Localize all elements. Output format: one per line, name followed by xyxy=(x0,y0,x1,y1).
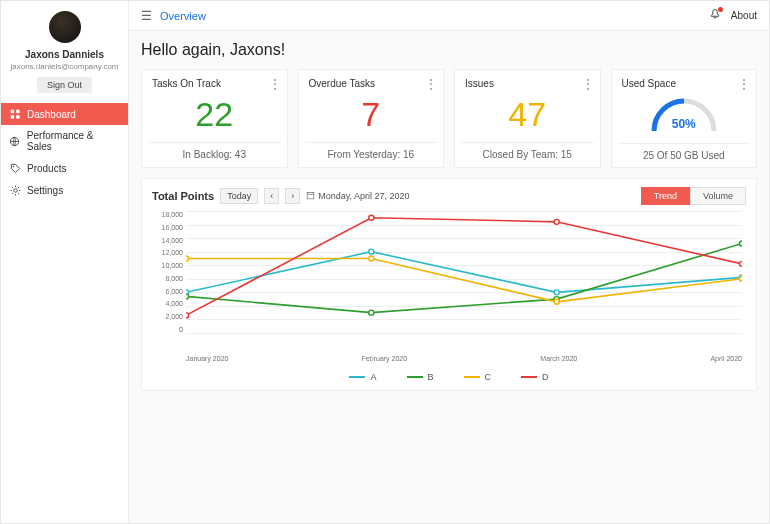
x-axis: January 2020February 2020March 2020April… xyxy=(186,355,742,362)
card-title: Used Space xyxy=(618,78,676,89)
cards-row: ⋮ Tasks On Track 22 In Backlog: 43 ⋮ Ove… xyxy=(141,69,757,168)
legend-item[interactable]: C xyxy=(464,372,492,382)
user-name: Jaxons Danniels xyxy=(25,49,104,60)
svg-point-22 xyxy=(554,219,559,224)
nav-label: Dashboard xyxy=(27,109,76,120)
svg-point-18 xyxy=(554,299,559,304)
svg-point-15 xyxy=(739,241,742,246)
svg-point-5 xyxy=(12,165,13,166)
signout-button[interactable]: Sign Out xyxy=(37,77,92,93)
nav-label: Products xyxy=(27,163,66,174)
svg-point-9 xyxy=(369,249,374,254)
card-overdue: ⋮ Overdue Tasks 7 From Yesterday: 16 xyxy=(298,69,445,168)
card-issues: ⋮ Issues 47 Closed By Team: 15 xyxy=(454,69,601,168)
svg-rect-7 xyxy=(307,192,314,198)
menu-icon[interactable]: ☰ xyxy=(141,9,152,23)
card-menu-icon[interactable]: ⋮ xyxy=(425,78,437,90)
gauge-label: 50% xyxy=(672,117,696,131)
svg-rect-0 xyxy=(10,109,13,112)
about-link[interactable]: About xyxy=(731,10,757,21)
today-button[interactable]: Today xyxy=(220,188,258,204)
sidebar: Jaxons Danniels jaxons.daniels@company.c… xyxy=(1,1,129,523)
svg-point-6 xyxy=(13,188,16,191)
svg-point-20 xyxy=(186,313,189,318)
chart-card: Total Points Today ‹ › Monday, April 27,… xyxy=(141,178,757,391)
card-title: Tasks On Track xyxy=(148,78,221,89)
card-sub: From Yesterday: 16 xyxy=(305,142,438,160)
svg-point-17 xyxy=(369,256,374,261)
svg-rect-1 xyxy=(16,109,19,112)
svg-point-16 xyxy=(186,256,189,261)
main: ☰ Overview About Hello again, Jaxons! ⋮ … xyxy=(129,1,769,523)
svg-point-23 xyxy=(739,261,742,266)
svg-point-19 xyxy=(739,276,742,281)
greeting: Hello again, Jaxons! xyxy=(141,41,757,59)
card-tasks-on-track: ⋮ Tasks On Track 22 In Backlog: 43 xyxy=(141,69,288,168)
card-value: 7 xyxy=(361,95,380,134)
nav: Dashboard Performance & Sales Products S… xyxy=(1,103,128,201)
date-label: Monday, April 27, 2020 xyxy=(306,191,409,202)
overview-link[interactable]: Overview xyxy=(160,10,206,22)
legend-item[interactable]: D xyxy=(521,372,549,382)
seg-trend[interactable]: Trend xyxy=(641,187,690,205)
svg-point-10 xyxy=(554,290,559,295)
seg-volume[interactable]: Volume xyxy=(690,187,746,205)
nav-label: Performance & Sales xyxy=(27,130,120,152)
card-used-space: ⋮ Used Space 50% 25 Of 50 GB Used xyxy=(611,69,758,168)
card-sub: Closed By Team: 15 xyxy=(461,142,594,160)
gauge: 50% xyxy=(648,95,720,135)
grid-icon xyxy=(9,108,21,120)
segment-control: Trend Volume xyxy=(641,187,746,205)
svg-point-21 xyxy=(369,215,374,220)
card-menu-icon[interactable]: ⋮ xyxy=(269,78,281,90)
svg-rect-2 xyxy=(10,115,13,118)
card-value: 47 xyxy=(508,95,546,134)
tag-icon xyxy=(9,162,21,174)
svg-point-12 xyxy=(186,294,189,299)
bell-icon[interactable] xyxy=(709,8,721,23)
chart-title: Total Points xyxy=(152,190,214,202)
nav-label: Settings xyxy=(27,185,63,196)
card-title: Overdue Tasks xyxy=(305,78,376,89)
nav-item-products[interactable]: Products xyxy=(1,157,128,179)
user-email: jaxons.daniels@company.com xyxy=(10,62,118,71)
svg-point-13 xyxy=(369,310,374,315)
calendar-icon xyxy=(306,191,315,202)
prev-button[interactable]: ‹ xyxy=(264,188,279,204)
chart-header: Total Points Today ‹ › Monday, April 27,… xyxy=(152,187,746,205)
legend: ABCD xyxy=(152,372,746,382)
card-sub: 25 Of 50 GB Used xyxy=(618,143,751,161)
nav-item-performance[interactable]: Performance & Sales xyxy=(1,125,128,157)
gear-icon xyxy=(9,184,21,196)
y-axis: 18,00016,00014,00012,00010,0008,0006,000… xyxy=(152,211,186,333)
chart-lines xyxy=(186,211,742,333)
card-sub: In Backlog: 43 xyxy=(148,142,281,160)
legend-item[interactable]: A xyxy=(349,372,376,382)
avatar[interactable] xyxy=(49,11,81,43)
topbar: ☰ Overview About xyxy=(129,1,769,31)
nav-item-dashboard[interactable]: Dashboard xyxy=(1,103,128,125)
svg-rect-3 xyxy=(16,115,19,118)
nav-item-settings[interactable]: Settings xyxy=(1,179,128,201)
globe-icon xyxy=(9,135,21,147)
chart-plot: 18,00016,00014,00012,00010,0008,0006,000… xyxy=(186,211,742,351)
next-button[interactable]: › xyxy=(285,188,300,204)
card-title: Issues xyxy=(461,78,494,89)
card-value: 22 xyxy=(195,95,233,134)
card-menu-icon[interactable]: ⋮ xyxy=(738,78,750,90)
card-menu-icon[interactable]: ⋮ xyxy=(582,78,594,90)
legend-item[interactable]: B xyxy=(407,372,434,382)
